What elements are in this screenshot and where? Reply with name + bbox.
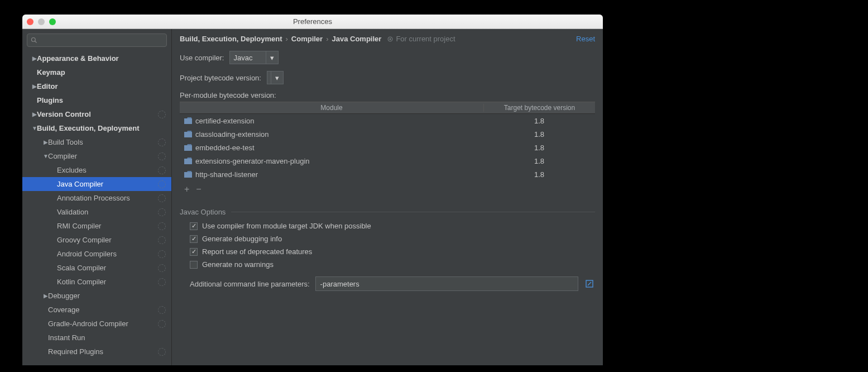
tree-item-label: Annotation Processors [57, 194, 130, 202]
tree-item[interactable]: Plugins [22, 93, 171, 107]
tree-item[interactable]: Coverage [22, 303, 171, 317]
opt-generate-debug[interactable]: Generate debugging info [190, 235, 595, 243]
tree-item[interactable]: RMI Compiler [22, 219, 171, 233]
table-row[interactable]: certified-extension1.8 [180, 114, 595, 127]
svg-rect-5 [184, 132, 192, 137]
sidebar: ▶Appearance & BehaviorKeymap▶EditorPlugi… [22, 29, 172, 365]
project-scope-icon [158, 222, 166, 230]
target-version: 1.8 [483, 144, 595, 152]
tree-item[interactable]: Required Plugins [22, 345, 171, 359]
table-row[interactable]: extensions-generator-maven-plugin1.8 [180, 154, 595, 168]
target-version: 1.8 [483, 157, 595, 165]
tree-item[interactable]: Keymap [22, 65, 171, 79]
tree-arrow-icon: ▶ [39, 293, 52, 299]
module-name: certified-extension [195, 117, 255, 125]
tree-item[interactable]: Java Compiler [22, 177, 171, 191]
opt-no-warnings[interactable]: Generate no warnings [190, 260, 595, 269]
chevron-down-icon: ▾ [266, 51, 278, 64]
tree-item[interactable]: Android Compilers [22, 247, 171, 261]
tree-item[interactable]: ▶Editor [22, 79, 171, 93]
search-icon [31, 37, 37, 44]
project-scope-icon [158, 111, 166, 118]
tree-item[interactable]: ▼Compiler [22, 149, 171, 163]
expand-input-button[interactable] [584, 278, 595, 289]
svg-rect-8 [184, 172, 192, 178]
tree-item-label: Android Compilers [57, 250, 117, 258]
tree-item[interactable]: ▶Appearance & Behavior [22, 51, 171, 65]
tree-item[interactable]: Kotlin Compiler [22, 275, 171, 289]
tree-item[interactable]: Instant Run [22, 331, 171, 345]
tree-item[interactable]: Scala Compiler [22, 261, 171, 275]
chevron-right-icon: › [326, 35, 328, 43]
tree-item-label: Build, Execution, Deployment [37, 124, 139, 132]
tree-arrow-icon: ▶ [39, 139, 52, 145]
tree-arrow-icon: ▶ [28, 111, 41, 117]
target-version: 1.8 [483, 130, 595, 139]
tree-item[interactable]: Excludes [22, 163, 171, 177]
project-bytecode-label: Project bytecode version: [180, 74, 261, 82]
add-row-button[interactable]: + [184, 184, 189, 194]
checkbox-icon [190, 261, 198, 269]
opt-use-module-jdk[interactable]: Use compiler from module target JDK when… [190, 222, 595, 230]
tree-item[interactable]: Validation [22, 205, 171, 219]
tree-arrow-icon: ▼ [28, 125, 41, 131]
module-name: embedded-ee-test [195, 144, 255, 152]
reset-link[interactable]: Reset [576, 35, 595, 43]
titlebar: Preferences [22, 15, 603, 29]
checkbox-icon [190, 248, 198, 256]
tree-item[interactable]: ▶Version Control [22, 107, 171, 121]
tree-item-label: Excludes [57, 166, 87, 174]
tree-arrow-icon: ▶ [28, 83, 41, 89]
table-row[interactable]: classloading-extension1.8 [180, 127, 595, 141]
per-module-label: Per-module bytecode version: [180, 91, 595, 99]
tree-item[interactable]: Annotation Processors [22, 191, 171, 205]
tree-item-label: Scala Compiler [57, 264, 106, 272]
module-table-body: certified-extension1.8classloading-exten… [180, 114, 595, 181]
table-row[interactable]: http-shared-listener1.8 [180, 168, 595, 181]
tree-item[interactable]: ▶Build Tools [22, 135, 171, 149]
svg-rect-6 [184, 145, 192, 151]
table-row[interactable]: embedded-ee-test1.8 [180, 141, 595, 154]
breadcrumb-seg: Build, Execution, Deployment [180, 35, 282, 43]
tree-item-label: Gradle-Android Compiler [48, 319, 128, 328]
project-scope-icon [158, 152, 166, 160]
window-title: Preferences [22, 17, 603, 26]
project-scope-note: For current project [387, 35, 455, 43]
project-scope-icon [158, 180, 166, 188]
tree-item-label: Version Control [37, 110, 91, 118]
tree-item[interactable]: Gradle-Android Compiler [22, 317, 171, 331]
tree-item-label: Groovy Compiler [57, 236, 112, 244]
opt-report-deprecated[interactable]: Report use of deprecated features [190, 247, 595, 256]
settings-tree: ▶Appearance & BehaviorKeymap▶EditorPlugi… [22, 51, 171, 365]
project-bytecode-select[interactable]: ▾ [267, 71, 284, 84]
tree-item-label: Keymap [37, 68, 65, 77]
project-scope-icon [158, 264, 166, 272]
remove-row-button[interactable]: − [196, 184, 201, 194]
project-scope-icon [158, 250, 166, 258]
tree-item-label: Instant Run [48, 333, 85, 342]
project-scope-icon [158, 166, 166, 174]
search-input[interactable] [27, 34, 167, 47]
tree-item[interactable]: Groovy Compiler [22, 233, 171, 247]
tree-item-label: Appearance & Behavior [37, 54, 119, 63]
project-scope-icon [158, 194, 166, 202]
project-scope-icon [158, 208, 166, 216]
tree-item-label: Java Compiler [57, 180, 103, 188]
svg-rect-7 [184, 159, 192, 164]
main-panel: Build, Execution, Deployment › Compiler … [172, 29, 603, 365]
chevron-down-icon: ▾ [271, 71, 283, 84]
breadcrumb: Build, Execution, Deployment › Compiler … [180, 35, 595, 43]
breadcrumb-seg: Compiler [291, 35, 323, 43]
params-input[interactable] [315, 276, 578, 291]
tree-item-label: Build Tools [48, 138, 83, 146]
tree-item[interactable]: ▶Debugger [22, 289, 171, 303]
use-compiler-select[interactable]: Javac ▾ [229, 51, 279, 64]
tree-item[interactable]: ▼Build, Execution, Deployment [22, 121, 171, 135]
project-scope-icon [158, 306, 166, 314]
module-name: http-shared-listener [195, 170, 258, 179]
tree-item-label: RMI Compiler [57, 222, 101, 230]
project-scope-icon [158, 139, 166, 146]
project-scope-icon [158, 320, 166, 328]
svg-rect-4 [184, 118, 192, 124]
checkbox-icon [190, 235, 198, 243]
